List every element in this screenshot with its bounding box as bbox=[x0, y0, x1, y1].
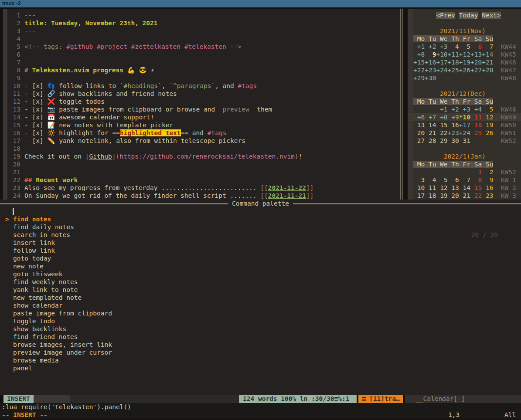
palette-item[interactable]: goto thisweek bbox=[0, 270, 521, 278]
calendar-day[interactable]: 11 bbox=[470, 114, 482, 121]
palette-item[interactable]: browse media bbox=[0, 356, 521, 364]
palette-item[interactable]: show backlinks bbox=[0, 325, 521, 333]
calendar-day[interactable] bbox=[436, 75, 447, 81]
calendar-day[interactable] bbox=[482, 137, 493, 144]
calendar-buffer-tab[interactable]: __Calendar[-] bbox=[405, 395, 521, 403]
palette-item[interactable]: >find notes bbox=[0, 215, 521, 223]
calendar-day[interactable]: +27 bbox=[470, 67, 482, 74]
calendar-day[interactable]: 17 bbox=[413, 192, 425, 199]
calendar-day[interactable]: 30 bbox=[448, 137, 459, 144]
calendar-day[interactable]: 5 bbox=[459, 43, 470, 50]
palette-item[interactable]: new note bbox=[0, 262, 521, 270]
calendar-day[interactable]: +12 bbox=[459, 51, 470, 58]
palette-item[interactable]: panel bbox=[0, 364, 521, 372]
calendar-day[interactable] bbox=[459, 169, 470, 176]
palette-item[interactable]: new templated note bbox=[0, 294, 521, 301]
calendar-next-button[interactable]: Next> bbox=[482, 12, 501, 19]
calendar-day[interactable]: +4 bbox=[470, 106, 482, 113]
palette-item[interactable]: follow link bbox=[0, 247, 521, 254]
calendar-day[interactable]: 1 bbox=[470, 169, 482, 176]
palette-item[interactable]: paste image from clipboard bbox=[0, 309, 521, 317]
calendar-day[interactable]: 12 bbox=[436, 184, 447, 191]
calendar-day[interactable]: +3 bbox=[459, 106, 470, 113]
calendar-day[interactable]: 15 bbox=[470, 184, 482, 191]
calendar-day[interactable]: 14 bbox=[425, 122, 436, 129]
calendar-day[interactable]: +29 bbox=[413, 75, 425, 81]
calendar-day[interactable]: 12 bbox=[482, 114, 493, 121]
calendar-day[interactable]: +26 bbox=[459, 67, 470, 74]
calendar-day[interactable]: +24 bbox=[436, 67, 447, 74]
palette-item[interactable]: search in notes bbox=[0, 231, 521, 239]
palette-item[interactable]: insert link bbox=[0, 239, 521, 247]
calendar-window[interactable]: <Prev Today Next> 2021/11(Nov) Mo Tu We … bbox=[408, 9, 521, 200]
calendar-day[interactable]: 31 bbox=[459, 137, 470, 144]
calendar-day[interactable]: 3 bbox=[413, 176, 425, 183]
calendar-day[interactable]: 15 bbox=[436, 122, 447, 129]
calendar-day[interactable] bbox=[448, 75, 459, 81]
calendar-day[interactable]: 23 bbox=[482, 192, 493, 199]
palette-item[interactable]: yank link to note bbox=[0, 286, 521, 294]
palette-item[interactable]: goto today bbox=[0, 254, 521, 262]
calendar-day[interactable]: +1 bbox=[436, 106, 447, 113]
calendar-day[interactable] bbox=[425, 169, 436, 176]
palette-item[interactable]: find weekly notes bbox=[0, 278, 521, 286]
calendar-day[interactable]: 11 bbox=[425, 184, 436, 191]
palette-item[interactable]: browse images, insert link bbox=[0, 341, 521, 349]
calendar-day[interactable] bbox=[425, 106, 436, 113]
calendar-day[interactable] bbox=[482, 75, 493, 81]
calendar-day[interactable]: *10 bbox=[459, 114, 470, 121]
calendar-day[interactable]: 13 bbox=[448, 184, 459, 191]
calendar-today-button[interactable]: Today bbox=[459, 12, 478, 19]
calendar-day[interactable]: 19 bbox=[436, 192, 447, 199]
calendar-day[interactable]: 25 bbox=[470, 129, 482, 136]
calendar-day[interactable]: 5 bbox=[436, 176, 447, 183]
palette-item[interactable]: find friend notes bbox=[0, 333, 521, 341]
calendar-day[interactable]: 9 bbox=[425, 51, 436, 58]
calendar-day[interactable]: 28 bbox=[425, 137, 436, 144]
calendar-day[interactable]: 22 bbox=[470, 192, 482, 199]
calendar-day[interactable]: 29 bbox=[436, 137, 447, 144]
calendar-day[interactable]: 26 bbox=[482, 129, 493, 136]
palette-item[interactable]: toggle todo bbox=[0, 317, 521, 325]
calendar-day[interactable]: 22 bbox=[436, 129, 447, 136]
calendar-day[interactable]: 7 bbox=[482, 43, 493, 50]
calendar-day[interactable] bbox=[470, 75, 482, 81]
calendar-day[interactable]: 21 bbox=[425, 129, 436, 136]
calendar-day[interactable]: +16 bbox=[425, 59, 436, 66]
calendar-day[interactable]: +6 bbox=[413, 114, 425, 121]
palette-item[interactable]: preview image under cursor bbox=[0, 349, 521, 356]
calendar-day[interactable] bbox=[413, 169, 425, 176]
calendar-day[interactable]: 5 bbox=[482, 106, 493, 113]
calendar-scrollbar[interactable] bbox=[402, 9, 403, 200]
calendar-day[interactable]: 18 bbox=[470, 122, 482, 129]
calendar-day[interactable]: +8 bbox=[413, 51, 425, 58]
calendar-day[interactable]: 4 bbox=[448, 43, 459, 50]
calendar-day[interactable] bbox=[413, 106, 425, 113]
calendar-day[interactable]: +18 bbox=[448, 59, 459, 66]
calendar-day[interactable]: 8 bbox=[470, 176, 482, 183]
calendar-day[interactable]: 2 bbox=[482, 169, 493, 176]
calendar-day[interactable]: 6 bbox=[470, 43, 482, 50]
calendar-day[interactable] bbox=[448, 169, 459, 176]
calendar-day[interactable]: 6 bbox=[448, 176, 459, 183]
calendar-day[interactable]: 16 bbox=[482, 184, 493, 191]
calendar-day[interactable]: +11 bbox=[448, 51, 459, 58]
calendar-day[interactable]: +9 bbox=[448, 114, 459, 121]
calendar-day[interactable]: +3 bbox=[436, 43, 447, 50]
calendar-day[interactable]: +28 bbox=[482, 67, 493, 74]
palette-prompt[interactable]: > 20 / 20 bbox=[0, 207, 521, 215]
calendar-day[interactable]: 14 bbox=[459, 184, 470, 191]
calendar-day[interactable]: +21 bbox=[482, 59, 493, 66]
calendar-day[interactable]: +7 bbox=[425, 114, 436, 121]
calendar-day[interactable]: +17 bbox=[436, 59, 447, 66]
calendar-day[interactable]: +22 bbox=[413, 67, 425, 74]
palette-item[interactable]: show calendar bbox=[0, 301, 521, 309]
calendar-day[interactable]: 16 bbox=[448, 122, 459, 129]
calendar-day[interactable] bbox=[436, 169, 447, 176]
calendar-day[interactable]: 7 bbox=[459, 176, 470, 183]
tabs-segment[interactable]: [11]tra… bbox=[358, 395, 403, 403]
calendar-day[interactable]: 18 bbox=[425, 192, 436, 199]
calendar-day[interactable]: +14 bbox=[482, 51, 493, 58]
calendar-day[interactable]: +2 bbox=[425, 43, 436, 50]
calendar-day[interactable]: +2 bbox=[448, 106, 459, 113]
